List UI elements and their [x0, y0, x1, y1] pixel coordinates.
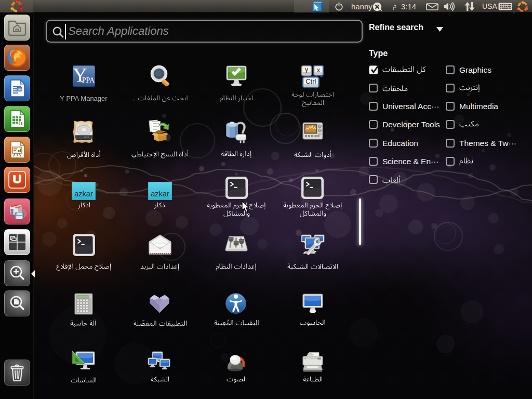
svg-text:azkar: azkar [151, 190, 169, 198]
svg-text:PPA: PPA [82, 76, 95, 84]
svg-text:Ctrl: Ctrl [305, 77, 316, 85]
svg-text:y: y [305, 66, 308, 73]
svg-text:azkar: azkar [74, 190, 93, 198]
svg-text:x: x [317, 66, 320, 74]
